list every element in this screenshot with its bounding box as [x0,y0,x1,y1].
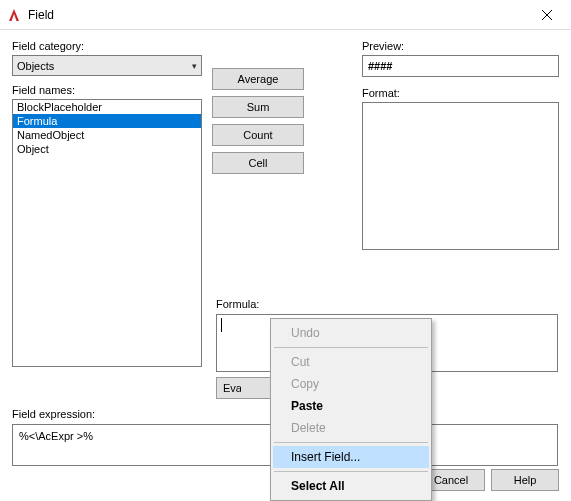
list-item[interactable]: BlockPlaceholder [13,100,201,114]
menu-paste[interactable]: Paste [273,395,429,417]
app-icon [6,7,22,23]
field-expression-label: Field expression: [12,408,95,420]
format-label: Format: [362,87,559,99]
menu-separator [274,442,428,443]
count-button[interactable]: Count [212,124,304,146]
average-button[interactable]: Average [212,68,304,90]
list-item[interactable]: NamedObject [13,128,201,142]
close-button[interactable] [525,1,569,29]
format-listbox[interactable] [362,102,559,250]
field-category-combo[interactable]: Objects ▾ [12,55,202,76]
preview-value: #### [362,55,559,77]
svg-marker-0 [9,9,19,21]
menu-undo[interactable]: Undo [273,322,429,344]
formula-label: Formula: [216,298,259,310]
list-item[interactable]: Formula [13,114,201,128]
menu-separator [274,471,428,472]
dialog-body: Field category: Objects ▾ Field names: B… [0,30,571,501]
menu-delete[interactable]: Delete [273,417,429,439]
field-names-label: Field names: [12,84,212,96]
text-cursor [221,318,222,332]
menu-separator [274,347,428,348]
menu-copy[interactable]: Copy [273,373,429,395]
list-item[interactable]: Object [13,142,201,156]
field-expression-value: %<\AcExpr >% [19,430,93,442]
menu-cut[interactable]: Cut [273,351,429,373]
cell-button[interactable]: Cell [212,152,304,174]
field-category-label: Field category: [12,40,212,52]
help-button[interactable]: Help [491,469,559,491]
preview-label: Preview: [362,40,559,52]
context-menu: Undo Cut Copy Paste Delete Insert Field.… [270,318,432,501]
field-names-listbox[interactable]: BlockPlaceholder Formula NamedObject Obj… [12,99,202,367]
sum-button[interactable]: Sum [212,96,304,118]
titlebar: Field [0,0,571,30]
field-category-value: Objects [17,60,54,72]
window-title: Field [28,8,54,22]
chevron-down-icon: ▾ [192,61,197,71]
menu-insert-field[interactable]: Insert Field... [273,446,429,468]
menu-select-all[interactable]: Select All [273,475,429,497]
